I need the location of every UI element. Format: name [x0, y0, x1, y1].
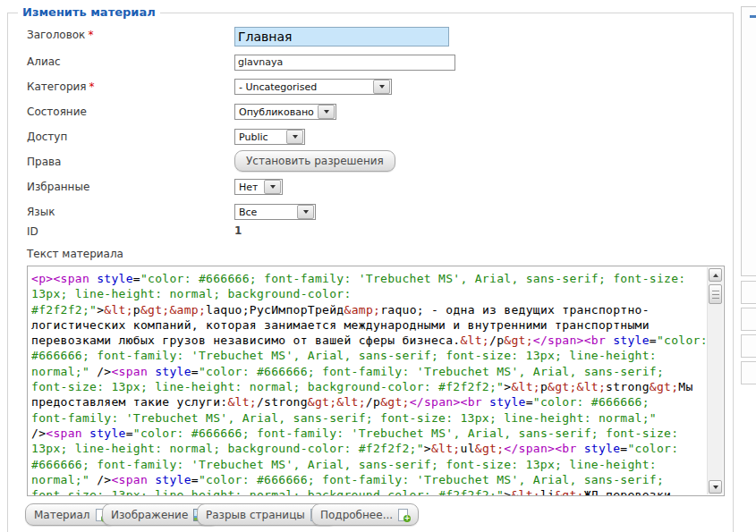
- required-asterisk: *: [89, 80, 95, 93]
- sidebar-link-fragment: [750, 15, 756, 18]
- chevron-down-icon[interactable]: [264, 180, 281, 194]
- sidebar-accordion-header[interactable]: [741, 308, 756, 331]
- code-line: #666666; font-family: 'Trebuchet MS', Ar…: [31, 457, 706, 472]
- language-select[interactable]: Все: [234, 204, 316, 220]
- code-line: normal;" /><span style="color: #666666; …: [31, 472, 706, 487]
- scroll-down-icon[interactable]: [709, 480, 722, 494]
- code-line: перевозками любых грузов независимо от в…: [31, 333, 706, 348]
- code-line: логистических компаний, которая занимает…: [31, 317, 706, 333]
- featured-select[interactable]: Нет: [234, 179, 283, 195]
- chevron-down-icon[interactable]: [373, 80, 390, 94]
- code-line: 13px; line-height: normal; background-co…: [31, 286, 706, 301]
- scroll-up-icon[interactable]: [709, 268, 722, 282]
- sidebar-accordion-header[interactable]: [741, 334, 756, 358]
- chevron-down-icon[interactable]: [286, 130, 303, 144]
- code-line: #f2f2f2;">&lt;p&gt;&amp;laquo;РусИмпорТр…: [31, 302, 706, 317]
- title-label: Заголовок*: [27, 29, 93, 41]
- category-label: Категория*: [27, 80, 95, 93]
- code-line: font-size: 13px; line-height: normal; ba…: [31, 379, 706, 394]
- article-edit-page: Изменить материал Заголовок* Главная Али…: [0, 0, 756, 532]
- readmore-icon: +: [398, 509, 410, 521]
- chevron-down-icon[interactable]: [318, 105, 335, 119]
- language-label: Язык: [27, 206, 55, 218]
- sidebar-accordion-header[interactable]: [741, 361, 756, 384]
- required-asterisk: *: [88, 29, 93, 41]
- state-label: Состояние: [27, 106, 87, 118]
- chevron-down-icon[interactable]: [297, 205, 314, 219]
- code-line: normal;" /><span style="color: #666666; …: [31, 364, 706, 379]
- featured-label: Избранные: [27, 181, 89, 193]
- id-label: ID: [27, 225, 38, 238]
- permissions-label: Права: [27, 156, 61, 168]
- code-line: font-size: 13px; line-height: normal; ba…: [31, 487, 706, 495]
- sidebar-accordion-header[interactable]: [741, 281, 756, 304]
- readmore-button[interactable]: Подробнее... +: [311, 503, 419, 526]
- access-label: Доступ: [27, 131, 67, 143]
- alias-label: Алиас: [27, 55, 61, 68]
- editor-scrollbar[interactable]: [707, 267, 723, 494]
- code-line: 13px; line-height: normal; background-co…: [31, 441, 706, 456]
- code-line: <p><span style="color: #666666; font-fam…: [31, 271, 706, 286]
- alias-input[interactable]: glavnaya: [234, 55, 455, 71]
- id-value: 1: [234, 224, 242, 237]
- title-input[interactable]: Главная: [234, 27, 449, 46]
- category-select[interactable]: - Uncategorised: [234, 79, 392, 95]
- code-line: font-family: 'Trebuchet MS', Arial, sans…: [31, 410, 706, 426]
- fieldset-legend: Изменить материал: [18, 5, 160, 19]
- sidebar-pane: [741, 6, 756, 276]
- article-text-label: Текст материала: [27, 248, 123, 260]
- code-lines[interactable]: <p><span style="color: #666666; font-fam…: [31, 271, 706, 495]
- article-text-editor[interactable]: <p><span style="color: #666666; font-fam…: [27, 266, 725, 496]
- state-select[interactable]: Опубликовано: [234, 104, 336, 120]
- code-line: /><span style="color: #666666; font-fami…: [31, 426, 706, 441]
- code-line: предоставляем такие услуги:&lt;/strong&g…: [31, 394, 706, 410]
- access-select[interactable]: Public: [234, 129, 305, 145]
- scrollbar-thumb[interactable]: [709, 284, 722, 304]
- code-line: #666666; font-family: 'Trebuchet MS', Ar…: [31, 348, 706, 363]
- set-permissions-button[interactable]: Установить разрешения: [234, 150, 395, 172]
